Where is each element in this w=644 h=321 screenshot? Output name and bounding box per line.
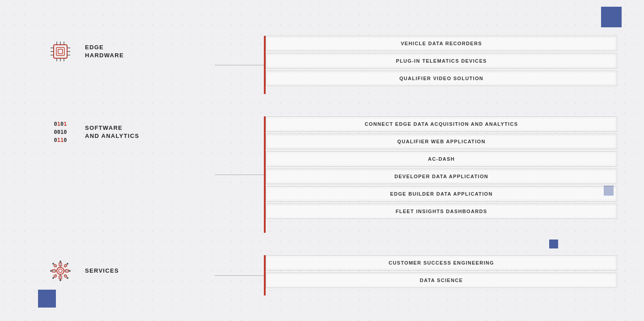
connector-items-software: CONNECT EDGE DATA ACQUISITION AND ANALYT… — [215, 116, 617, 233]
category-icon-label-edge-hardware: EDGEHARDWARE — [45, 36, 215, 67]
svg-point-15 — [57, 267, 64, 274]
edge-hardware-label: EDGEHARDWARE — [85, 43, 124, 60]
svg-rect-2 — [58, 49, 63, 54]
connector-items-edge-hardware: VEHICLE DATA RECORDERS PLUG-IN TELEMATIC… — [215, 36, 617, 94]
services-label: SERVICES — [85, 267, 119, 275]
binary-icon: 0101 0010 0110 — [54, 120, 67, 144]
item-qualifier-video[interactable]: QUALIFIER VIDEO SOLUTION — [266, 71, 617, 86]
chip-icon-wrapper — [45, 36, 76, 67]
item-qualifier-web[interactable]: QUALIFIER WEB APPLICATION — [266, 134, 617, 149]
category-icon-label-services: SERVICES — [45, 255, 215, 287]
items-services: CUSTOMER SUCCESS ENGINEERING DATA SCIENC… — [266, 255, 617, 295]
category-icon-label-software-analytics: 0101 0010 0110 SOFTWAREAND ANALYTICS — [45, 116, 215, 148]
item-fleet-insights[interactable]: FLEET INSIGHTS DASHBOARDS — [266, 204, 617, 219]
item-vehicle-data-recorders[interactable]: VEHICLE DATA RECORDERS — [266, 36, 617, 51]
item-ac-dash[interactable]: AC-DASH — [266, 151, 617, 167]
main-container: EDGEHARDWARE VEHICLE DATA RECORDERS PLUG… — [45, 27, 617, 309]
binary-icon-wrapper: 0101 0010 0110 — [45, 116, 76, 148]
item-developer-data[interactable]: DEVELOPER DATA APPLICATION — [266, 169, 617, 184]
item-connect-edge[interactable]: CONNECT EDGE DATA ACQUISITION AND ANALYT… — [266, 116, 617, 132]
category-row-services: SERVICES CUSTOMER SUCCESS ENGINEERING DA… — [45, 246, 617, 304]
items-edge-hardware: VEHICLE DATA RECORDERS PLUG-IN TELEMATIC… — [266, 36, 617, 94]
software-analytics-label: SOFTWAREAND ANALYTICS — [85, 124, 139, 140]
category-row-edge-hardware: EDGEHARDWARE VEHICLE DATA RECORDERS PLUG… — [45, 27, 617, 103]
item-data-science[interactable]: DATA SCIENCE — [266, 273, 617, 288]
h-line-services — [215, 275, 264, 276]
item-edge-builder[interactable]: EDGE BUILDER DATA APPLICATION — [266, 186, 617, 201]
deco-square-1 — [601, 7, 622, 27]
item-plugin-telematics[interactable]: PLUG-IN TELEMATICS DEVICES — [266, 53, 617, 68]
svg-point-16 — [59, 269, 62, 273]
h-line-edge-hardware — [215, 65, 264, 65]
svg-rect-0 — [54, 45, 67, 58]
chip-icon — [47, 38, 74, 65]
gear-services-icon — [47, 257, 74, 284]
category-row-software-analytics: 0101 0010 0110 SOFTWAREAND ANALYTICS CON… — [45, 107, 617, 242]
item-customer-success[interactable]: CUSTOMER SUCCESS ENGINEERING — [266, 255, 617, 270]
h-line-software — [215, 175, 264, 175]
gear-icon-wrapper — [45, 255, 76, 287]
connector-items-services: CUSTOMER SUCCESS ENGINEERING DATA SCIENC… — [215, 255, 617, 295]
items-software: CONNECT EDGE DATA ACQUISITION AND ANALYT… — [266, 116, 617, 233]
svg-rect-1 — [56, 47, 64, 56]
